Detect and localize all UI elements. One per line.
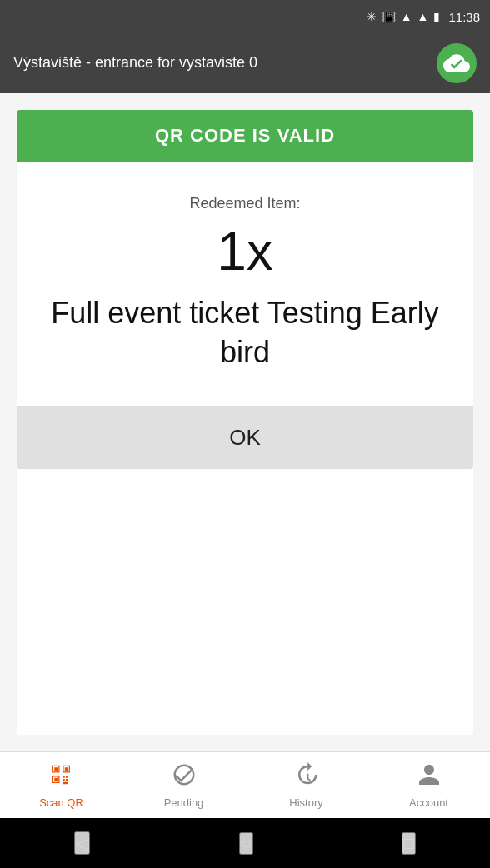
nav-pending-label: Pending [164,796,204,809]
main-content: QR CODE IS VALID Redeemed Item: 1x Full … [0,93,490,751]
vibrate-icon: 📳 [382,10,396,23]
nav-account-label: Account [409,796,448,809]
android-back-button[interactable]: ◁ [74,831,90,855]
nav-history[interactable]: History [245,752,368,818]
redeemed-label: Redeemed Item: [189,195,300,212]
history-icon [294,762,319,793]
pending-icon [172,762,197,793]
nav-history-label: History [289,796,322,809]
ok-button-container[interactable]: OK [17,406,473,469]
app-title: Výstaviště - entrance for vystaviste 0 [13,53,258,72]
nav-pending[interactable]: Pending [122,752,245,818]
status-time: 11:38 [448,10,480,24]
status-bar: ✳ 📳 ▲ ▲ ▮ 11:38 [0,0,490,33]
android-recents-button[interactable]: □ [402,832,415,855]
app-bar: Výstaviště - entrance for vystaviste 0 [0,33,490,93]
account-icon [417,762,442,793]
scan-qr-icon [49,762,74,793]
bluetooth-icon: ✳ [367,10,377,23]
quantity-text: 1x [217,222,273,281]
android-nav: ◁ ○ □ [0,818,490,868]
item-name-text: Full event ticket Testing Early bird [33,294,457,372]
signal-icon: ▲ [418,10,429,23]
bottom-nav: Scan QR Pending History Account [0,751,490,818]
qr-valid-banner: QR CODE IS VALID [17,110,473,162]
ok-button[interactable]: OK [17,407,473,469]
wifi-icon: ▲ [401,10,412,23]
nav-account[interactable]: Account [368,752,490,818]
nav-scan-qr-label: Scan QR [39,796,83,809]
redemption-card: Redeemed Item: 1x Full event ticket Test… [17,162,473,735]
nav-scan-qr[interactable]: Scan QR [0,752,122,818]
cloud-check-icon [437,43,477,83]
qr-valid-text: QR CODE IS VALID [155,125,335,146]
android-home-button[interactable]: ○ [239,832,252,855]
battery-icon: ▮ [433,10,440,23]
